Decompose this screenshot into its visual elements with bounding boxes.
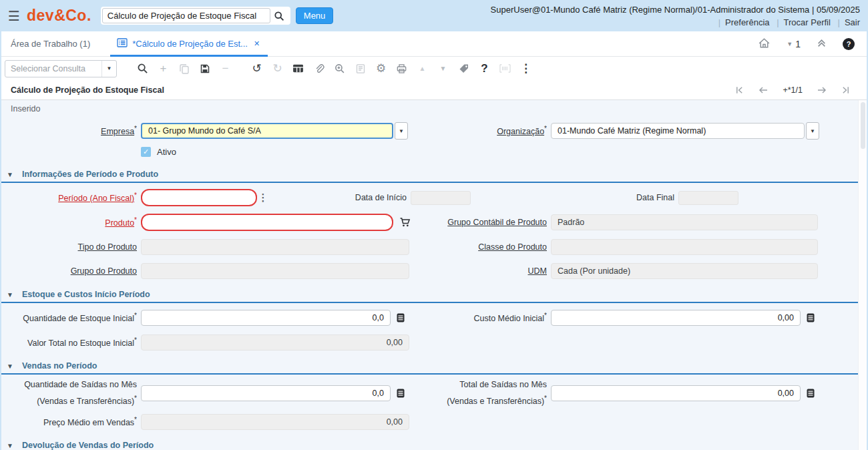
query-select-placeholder: Selecionar Consulta <box>5 64 101 73</box>
form-area: Inserido Empresa* ▼ Organização* ▼ <box>1 100 867 450</box>
qtd-estoque-inicial-label: Quantidade de Estoque Inicial <box>23 314 134 323</box>
product-cart-icon[interactable] <box>399 217 411 228</box>
qtd-saidas-field[interactable] <box>141 385 391 401</box>
attachment-icon[interactable] <box>313 63 324 74</box>
undo-icon[interactable]: ↺ <box>251 63 262 74</box>
grupo-contabil-label: Grupo Contábil de Produto <box>447 218 547 227</box>
grid-view-icon[interactable] <box>292 63 304 74</box>
brand-logo: dev&Co. <box>27 7 91 25</box>
calculator-icon[interactable] <box>807 313 815 322</box>
scrollbar-thumb[interactable] <box>861 102 865 149</box>
custo-medio-inicial-field[interactable] <box>551 310 801 326</box>
record-toolbar: Selecionar Consulta ▼ + − ↺ ↻ ⚙ <box>1 57 867 80</box>
help-icon[interactable]: ? <box>843 38 855 50</box>
preference-link[interactable]: Preferência <box>725 17 769 27</box>
organizacao-label: Organização <box>497 127 544 136</box>
zoom-across-icon[interactable] <box>334 63 345 74</box>
collapse-section-icon[interactable]: ▼ <box>7 442 13 449</box>
preco-medio-label: Preço Médio em Vendas <box>43 418 134 427</box>
total-saidas-field[interactable] <box>551 385 801 401</box>
copy-record-icon[interactable] <box>178 63 190 74</box>
section-vendas: ▼ Vendas no Período <box>1 358 859 375</box>
produto-label: Produto <box>105 218 134 228</box>
tab-workspace[interactable]: Área de Trabalho (1) <box>1 39 106 49</box>
hamburger-menu-icon[interactable]: ☰ <box>8 8 27 24</box>
tag-icon[interactable] <box>458 63 469 74</box>
total-saidas-label: Total de Saídas no Mês (Vendas e Transfe… <box>447 380 547 406</box>
valor-total-estoque-field <box>141 334 409 351</box>
query-select[interactable]: Selecionar Consulta ▼ <box>5 60 117 77</box>
next-record-icon[interactable] <box>817 86 827 94</box>
produto-field[interactable] <box>141 214 393 231</box>
calculator-icon[interactable] <box>807 389 815 398</box>
more-options-icon[interactable]: ⋮ <box>520 63 531 74</box>
ativo-label: Ativo <box>157 147 176 157</box>
custo-medio-inicial-label: Custo Médio Inicial <box>473 314 544 323</box>
section-estoque-custos: ▼ Estoque e Custos Início Período <box>1 286 859 303</box>
first-record-icon[interactable] <box>735 86 744 94</box>
print-icon[interactable] <box>396 63 407 74</box>
tab-bar: Área de Trabalho (1) *Cálculo de Projeçã… <box>1 31 867 57</box>
section-devolucao: ▼ Devolução de Vendas do Período <box>1 437 859 450</box>
data-inicio-label: Data de Início <box>269 193 407 202</box>
save-icon[interactable] <box>199 63 210 74</box>
move-up-icon[interactable]: ▲ <box>417 63 428 74</box>
data-inicio-field <box>411 191 471 205</box>
journal-icon[interactable] <box>355 63 366 74</box>
tab-active-label: *Cálculo de Projeção de Est... <box>132 39 248 49</box>
search-icon[interactable] <box>270 8 288 23</box>
empresa-dropdown-icon[interactable]: ▼ <box>395 122 408 140</box>
barcode-icon[interactable] <box>499 63 511 74</box>
record-title-row: Cálculo de Projeção do Estoque Fiscal +*… <box>1 80 867 100</box>
empresa-field[interactable] <box>141 123 393 139</box>
record-help-icon[interactable]: ? <box>479 63 490 74</box>
scrollbar[interactable] <box>858 100 867 450</box>
user-session-info: SuperUser@01-Mundo Café Matriz (Regime N… <box>491 3 860 16</box>
previous-record-icon[interactable] <box>758 86 768 94</box>
window-count-dropdown[interactable]: ▼ 1 <box>787 39 801 49</box>
new-record-icon[interactable]: + <box>158 63 169 74</box>
main-panel: Área de Trabalho (1) *Cálculo de Projeçã… <box>1 31 867 450</box>
calculator-icon[interactable] <box>397 313 405 322</box>
organizacao-dropdown-icon[interactable]: ▼ <box>806 122 819 140</box>
tab-close-icon[interactable]: ✕ <box>252 38 261 49</box>
udm-label: UDM <box>528 266 547 276</box>
qtd-estoque-inicial-field[interactable] <box>141 310 391 326</box>
form-tab-icon <box>117 38 128 49</box>
periodo-field[interactable] <box>141 189 257 206</box>
record-pager: +*1/1 <box>735 85 850 95</box>
tab-active-calculo-projecao[interactable]: *Cálculo de Projeção de Est... ✕ <box>106 31 272 57</box>
switch-profile-link[interactable]: Trocar Perfil <box>784 17 831 27</box>
organizacao-field[interactable] <box>551 123 805 139</box>
move-down-icon[interactable]: ▼ <box>437 63 449 74</box>
home-icon[interactable] <box>758 37 771 51</box>
preco-medio-field <box>141 414 409 430</box>
collapse-section-icon[interactable]: ▼ <box>7 363 13 370</box>
collapse-section-icon[interactable]: ▼ <box>7 291 13 298</box>
global-search-input[interactable] <box>102 8 270 23</box>
last-record-icon[interactable] <box>841 86 850 94</box>
periodo-label: Período (Ano Fiscal) <box>58 194 134 203</box>
collapse-all-icon[interactable] <box>817 38 827 50</box>
udm-field <box>551 263 818 279</box>
record-pagination: +*1/1 <box>783 85 803 95</box>
tipo-produto-label: Tipo do Produto <box>78 242 137 252</box>
collapse-section-icon[interactable]: ▼ <box>7 171 13 178</box>
search-record-icon[interactable] <box>137 63 148 74</box>
chevron-down-icon: ▼ <box>101 61 116 77</box>
delete-record-icon[interactable]: − <box>220 63 231 74</box>
classe-produto-field <box>551 239 818 255</box>
settings-gear-icon[interactable]: ⚙ <box>375 63 387 74</box>
menu-button[interactable]: Menu <box>296 7 334 24</box>
classe-produto-label: Classe do Produto <box>478 242 547 252</box>
ativo-checkbox[interactable]: ✓ <box>141 147 151 157</box>
periodo-more-icon[interactable]: ⋮ <box>257 192 269 204</box>
section-periodo-produto: ▼ Informações de Período e Produto <box>1 166 859 183</box>
logout-link[interactable]: Sair <box>845 17 860 27</box>
global-search <box>101 7 290 25</box>
grupo-contabil-field <box>551 214 818 230</box>
calculator-icon[interactable] <box>397 389 405 398</box>
refresh-icon[interactable]: ↻ <box>272 63 283 74</box>
data-final-field <box>678 191 738 205</box>
valor-total-estoque-label: Valor Total no Estoque Inicial <box>27 339 134 348</box>
